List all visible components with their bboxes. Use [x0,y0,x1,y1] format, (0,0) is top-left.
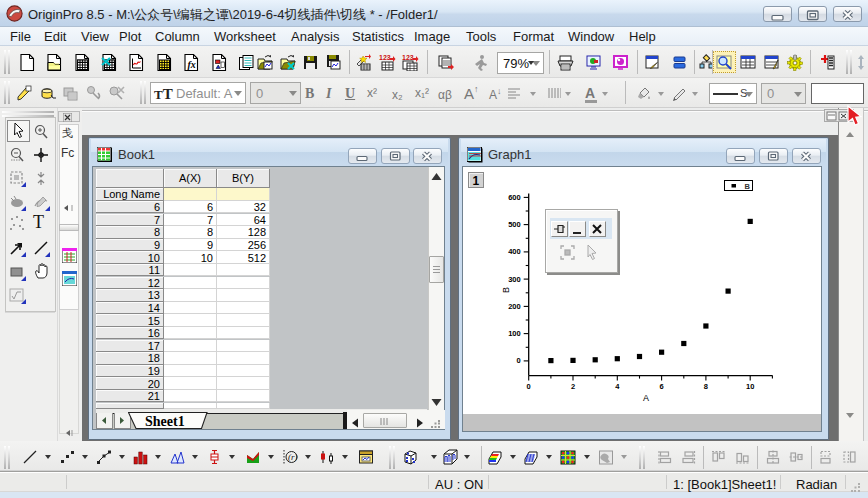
svg-text:123: 123 [402,54,414,61]
svg-text:(r): (r) [288,452,298,462]
svg-text:T: T [33,212,44,232]
svg-text:fx: fx [188,59,196,70]
svg-text:123: 123 [379,54,391,61]
svg-text:Sheet1: Sheet1 [145,414,185,429]
